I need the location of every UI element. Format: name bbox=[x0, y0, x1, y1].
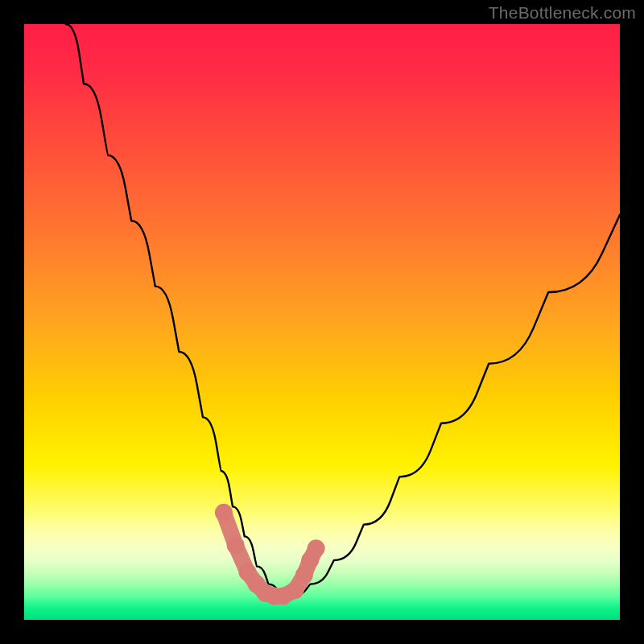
watermark-text: TheBottleneck.com bbox=[489, 3, 636, 23]
optimal-point bbox=[287, 581, 304, 599]
plot-area bbox=[24, 24, 620, 620]
optimal-point bbox=[308, 539, 325, 557]
bottleneck-curve bbox=[66, 24, 620, 596]
optimal-point bbox=[215, 504, 233, 522]
curve-layer bbox=[24, 24, 620, 620]
optimal-point bbox=[227, 537, 245, 555]
chart-frame: TheBottleneck.com bbox=[0, 0, 644, 644]
